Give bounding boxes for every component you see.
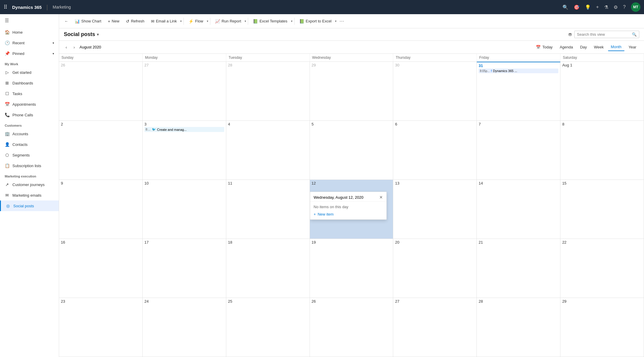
- lightbulb-icon[interactable]: 💡: [585, 4, 591, 10]
- next-month-button[interactable]: ›: [72, 44, 77, 51]
- calendar-event-fb[interactable]: 8:05p... f Dynamics 365 ...: [479, 69, 558, 73]
- sidebar-item-phone-calls[interactable]: 📞 Phone Calls: [0, 110, 59, 120]
- prev-month-button[interactable]: ‹: [64, 44, 69, 51]
- sidebar-item-marketing-emails[interactable]: ✉ Marketing emails: [0, 190, 59, 200]
- search-icon[interactable]: 🔍: [562, 4, 568, 10]
- popup-close-button[interactable]: ✕: [379, 195, 383, 200]
- sidebar-item-subscription-lists[interactable]: 📋 Subscription lists: [0, 160, 59, 171]
- excel-templates-button[interactable]: 📗 Excel Templates: [250, 17, 290, 25]
- cal-day-15[interactable]: 15: [560, 180, 644, 239]
- cal-day-4[interactable]: 4: [226, 121, 310, 180]
- cal-day-30-jul[interactable]: 30: [393, 62, 477, 120]
- sidebar-item-segments[interactable]: ⬡ Segments: [0, 150, 59, 160]
- popup-new-item-button[interactable]: + New item: [314, 212, 334, 216]
- waffle-icon[interactable]: ⠿: [4, 4, 7, 10]
- cal-day-25[interactable]: 25: [226, 298, 310, 357]
- cal-day-11[interactable]: 11: [226, 180, 310, 239]
- run-report-button[interactable]: 📈 Run Report: [212, 17, 244, 25]
- more-options-icon[interactable]: ⋯: [337, 17, 347, 26]
- advanced-filter-icon[interactable]: ⛃: [568, 32, 572, 37]
- export-excel-button[interactable]: 📗 Export to Excel: [296, 17, 334, 25]
- run-report-dropdown-icon[interactable]: ▾: [245, 19, 246, 23]
- sidebar-item-home[interactable]: 🏠 Home: [0, 27, 59, 38]
- cal-day-26[interactable]: 26: [310, 298, 393, 357]
- date-label: 27: [395, 299, 399, 304]
- cal-day-5[interactable]: 5: [310, 121, 393, 180]
- plus-icon: +: [108, 19, 110, 24]
- view-title[interactable]: Social posts ▾: [64, 31, 99, 38]
- cal-day-9[interactable]: 9: [59, 180, 143, 239]
- help-icon[interactable]: ?: [623, 4, 626, 10]
- show-chart-button[interactable]: 📊 Show Chart: [72, 17, 104, 25]
- cal-day-29-jul[interactable]: 29: [310, 62, 393, 120]
- friday-header: Friday: [477, 54, 560, 61]
- sidebar-item-recent[interactable]: 🕐 Recent ▾: [0, 38, 59, 48]
- week-view-button[interactable]: Week: [591, 43, 607, 51]
- sidebar-toggle[interactable]: ☰: [0, 14, 59, 27]
- search-input[interactable]: [577, 32, 630, 37]
- sidebar-item-dashboards[interactable]: ⊞ Dashboards: [0, 78, 59, 88]
- target-icon[interactable]: 🎯: [574, 4, 580, 10]
- avatar[interactable]: MT: [631, 2, 640, 12]
- sidebar-item-customer-journeys[interactable]: ↗ Customer journeys: [0, 179, 59, 190]
- new-button[interactable]: + New: [105, 17, 122, 25]
- sidebar-item-social-posts[interactable]: ◎ Social posts: [0, 200, 59, 211]
- cal-day-3[interactable]: 3 8:... 🐦 Create and manag...: [143, 121, 226, 180]
- excel-templates-dropdown-icon[interactable]: ▾: [291, 19, 292, 23]
- cal-day-8[interactable]: 8: [560, 121, 644, 180]
- sidebar-item-accounts[interactable]: 🏢 Accounts: [0, 128, 59, 139]
- email-link-dropdown-icon[interactable]: ▾: [180, 19, 182, 23]
- sidebar-item-pinned[interactable]: 📌 Pinned ▾: [0, 48, 59, 59]
- agenda-view-button[interactable]: Agenda: [557, 43, 576, 51]
- date-label: 28: [479, 299, 483, 304]
- current-month-label: August 2020: [79, 45, 101, 49]
- export-excel-dropdown-icon[interactable]: ▾: [335, 19, 336, 23]
- cal-day-17[interactable]: 17: [143, 239, 226, 298]
- year-view-button[interactable]: Year: [626, 43, 639, 51]
- cal-day-2[interactable]: 2: [59, 121, 143, 180]
- cal-day-12[interactable]: 12 Wednesday, August 12, 2020 ✕ No items…: [310, 180, 393, 239]
- toolbar-separator-3: [248, 18, 248, 25]
- flow-dropdown-icon[interactable]: ▾: [207, 19, 208, 23]
- month-view-button[interactable]: Month: [608, 43, 625, 51]
- email-link-button[interactable]: ✉ Email a Link: [148, 17, 180, 25]
- cal-day-10[interactable]: 10: [143, 180, 226, 239]
- cal-day-16[interactable]: 16: [59, 239, 143, 298]
- sidebar-item-tasks[interactable]: ☐ Tasks: [0, 88, 59, 99]
- cal-day-29[interactable]: 29: [560, 298, 644, 357]
- cal-day-28[interactable]: 28: [477, 298, 560, 357]
- today-button[interactable]: 📅 Today: [533, 43, 556, 51]
- cal-day-28-jul[interactable]: 28: [226, 62, 310, 120]
- calendar-week-3: 9 10 11 12 Wednesday, August 12, 2020 ✕: [59, 180, 644, 239]
- add-icon[interactable]: +: [596, 4, 599, 10]
- cal-day-19[interactable]: 19: [310, 239, 393, 298]
- cal-day-26-jul[interactable]: 26: [59, 62, 143, 120]
- date-label: 10: [144, 181, 149, 185]
- cal-day-27[interactable]: 27: [393, 298, 477, 357]
- cal-day-14[interactable]: 14: [477, 180, 560, 239]
- cal-day-23[interactable]: 23: [59, 298, 143, 357]
- filter-icon[interactable]: ⚗: [604, 4, 608, 10]
- flow-button[interactable]: ⚡ Flow: [186, 17, 206, 25]
- calendar-event-tw[interactable]: 8:... 🐦 Create and manag...: [144, 127, 224, 132]
- cal-day-27-jul[interactable]: 27: [143, 62, 226, 120]
- sidebar-item-get-started[interactable]: ▷ Get started: [0, 67, 59, 78]
- cal-day-21[interactable]: 21: [477, 239, 560, 298]
- cal-day-7[interactable]: 7: [477, 121, 560, 180]
- cal-day-24[interactable]: 24: [143, 298, 226, 357]
- sidebar-item-contacts[interactable]: 👤 Contacts: [0, 139, 59, 150]
- cal-day-6[interactable]: 6: [393, 121, 477, 180]
- sidebar-item-appointments[interactable]: 📅 Appointments: [0, 99, 59, 110]
- refresh-button[interactable]: ↺ Refresh: [123, 17, 147, 25]
- back-button[interactable]: ←: [61, 17, 71, 25]
- cal-day-18[interactable]: 18: [226, 239, 310, 298]
- popup-body: No items on this day + New item: [310, 202, 386, 219]
- cal-day-22[interactable]: 22: [560, 239, 644, 298]
- cal-day-31-jul[interactable]: 31 8:05p... f Dynamics 365 ...: [477, 62, 560, 120]
- settings-icon[interactable]: ⚙: [614, 4, 618, 10]
- cal-day-1-aug[interactable]: Aug 1: [560, 62, 644, 120]
- cal-day-13[interactable]: 13: [393, 180, 477, 239]
- cal-day-20[interactable]: 20: [393, 239, 477, 298]
- day-view-button[interactable]: Day: [577, 43, 590, 51]
- appointments-icon: 📅: [5, 102, 9, 107]
